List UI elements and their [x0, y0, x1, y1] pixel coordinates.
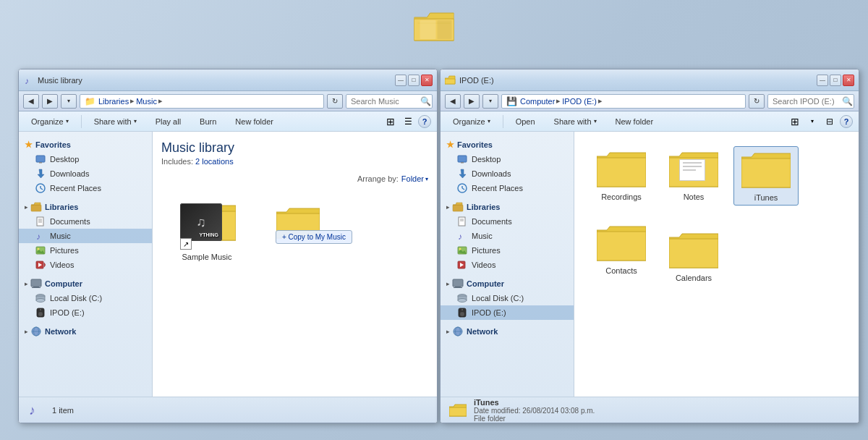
right-refresh-btn[interactable]: ↻: [749, 94, 765, 109]
right-sidebar-videos[interactable]: Videos: [441, 258, 574, 272]
right-forward-btn[interactable]: ▶: [464, 94, 480, 109]
left-minimize-btn[interactable]: —: [395, 75, 407, 86]
left-locations-link[interactable]: 2 locations: [195, 157, 234, 166]
ipod-window: IPOD (E:) — □ ✕ ◀ ▶ ▾ 💾 Computer ▸ IPOD …: [440, 69, 859, 423]
right-maximize-btn[interactable]: □: [830, 75, 841, 86]
right-sidebar-recent[interactable]: Recent Places: [441, 181, 574, 195]
right-file-notes[interactable]: Notes: [661, 146, 726, 206]
right-status-detail: iTunes Date modified: 26/08/2014 03:08 p…: [474, 398, 595, 423]
left-forward-btn[interactable]: ▶: [42, 94, 58, 109]
right-minimize-btn[interactable]: —: [817, 75, 828, 86]
left-sidebar-pictures[interactable]: Pictures: [19, 243, 152, 258]
svg-point-65: [461, 309, 463, 310]
right-sidebar-pictures[interactable]: Pictures: [441, 243, 574, 258]
right-path-ipod[interactable]: IPOD (E:): [562, 97, 597, 106]
right-localdisk-label: Local Disk (C:): [472, 294, 524, 302]
right-address-path[interactable]: 💾 Computer ▸ IPOD (E:) ▸: [501, 94, 746, 109]
svg-rect-43: [461, 162, 464, 164]
right-help-btn[interactable]: ?: [840, 115, 853, 128]
right-libraries-chevron: ▸: [446, 204, 449, 211]
left-favorites-header[interactable]: Favorites: [19, 138, 152, 152]
left-localdisk-icon: [35, 292, 46, 304]
left-file-plain-folder[interactable]: + Copy to My Music: [258, 202, 338, 264]
right-pane-btn[interactable]: ⊟: [822, 114, 837, 129]
left-help-btn[interactable]: ?: [418, 115, 431, 128]
left-recent-label: Recent Places: [50, 184, 101, 192]
left-recent-btn[interactable]: ▾: [61, 94, 77, 109]
right-sidebar-downloads[interactable]: Downloads: [441, 166, 574, 181]
right-close-btn[interactable]: ✕: [843, 75, 854, 86]
left-album-art: ♫ YTHING: [180, 203, 222, 241]
left-network-header[interactable]: ▸ Network: [19, 324, 152, 339]
left-path-libraries[interactable]: Libraries: [98, 97, 129, 106]
right-organize-label: Organize: [453, 117, 485, 126]
right-file-recordings[interactable]: Recordings: [589, 146, 654, 206]
left-star-icon: [25, 140, 33, 150]
left-sidebar-localdisk[interactable]: Local Disk (C:): [19, 291, 152, 305]
right-file-calendars[interactable]: Calendars: [661, 227, 726, 285]
left-search-btn[interactable]: 🔍: [418, 94, 433, 109]
left-maximize-btn[interactable]: □: [408, 75, 420, 86]
right-sharewith-btn[interactable]: Share with ▾: [548, 114, 603, 130]
right-recent-label: Recent Places: [472, 184, 523, 192]
right-computer-header[interactable]: ▸ Computer: [441, 276, 574, 291]
left-playall-btn[interactable]: Play all: [149, 114, 187, 130]
right-itunes-label: iTunes: [754, 193, 778, 202]
left-computer-label: Computer: [45, 279, 82, 288]
left-sidebar-recent[interactable]: Recent Places: [19, 181, 152, 195]
left-address-path[interactable]: 📁 Libraries ▸ Music ▸: [80, 94, 324, 109]
left-sharewith-btn[interactable]: Share with ▾: [88, 114, 143, 130]
right-status-meta: Date modified: 26/08/2014 03:08 p.m.: [474, 407, 595, 415]
left-shortcut-arrow: ↗: [180, 238, 192, 250]
right-sidebar-ipod[interactable]: IPOD (E:): [441, 305, 574, 320]
right-sidebar-music[interactable]: ♪ Music: [441, 229, 574, 243]
right-view-large-btn[interactable]: ⊞: [788, 114, 802, 129]
svg-rect-11: [31, 205, 41, 211]
left-sidebar-desktop[interactable]: Desktop: [19, 152, 152, 166]
left-network-icon: [30, 326, 42, 337]
left-favorites-section: Favorites Desktop Downloads: [19, 138, 152, 195]
right-network-header[interactable]: ▸ Network: [441, 324, 574, 339]
right-sidebar-localdisk[interactable]: Local Disk (C:): [441, 291, 574, 305]
right-back-btn[interactable]: ◀: [445, 94, 461, 109]
right-recent-btn[interactable]: ▾: [482, 94, 498, 109]
left-library-title: Music library: [161, 140, 428, 156]
left-newfolder-btn[interactable]: New folder: [229, 114, 280, 130]
right-favorites-header[interactable]: Favorites: [441, 138, 574, 152]
right-organize-btn[interactable]: Organize ▾: [446, 114, 497, 130]
right-open-btn[interactable]: Open: [509, 114, 542, 130]
left-folder-dropdown[interactable]: Folder ▾: [401, 174, 428, 183]
right-libraries-header[interactable]: ▸ Libraries: [441, 200, 574, 214]
right-file-itunes[interactable]: iTunes: [733, 146, 799, 206]
left-sidebar-music[interactable]: ♪ Music: [19, 229, 152, 243]
left-organize-btn[interactable]: Organize ▾: [25, 114, 75, 130]
left-file-sample-music[interactable]: ♫ YTHING ↗ Sample Music: [167, 195, 247, 264]
left-sidebar-documents[interactable]: Documents: [19, 214, 152, 229]
right-sidebar-desktop[interactable]: Desktop: [441, 152, 574, 166]
right-path-computer[interactable]: Computer: [520, 97, 555, 106]
left-sidebar-downloads[interactable]: Downloads: [19, 166, 152, 181]
svg-point-30: [38, 312, 43, 316]
left-close-btn[interactable]: ✕: [421, 75, 433, 86]
left-libraries-header[interactable]: ▸ Libraries: [19, 200, 152, 214]
left-view-large-btn[interactable]: ⊞: [383, 114, 398, 129]
left-copy-overlay-btn[interactable]: + Copy to My Music: [276, 230, 352, 244]
right-newfolder-btn[interactable]: New folder: [609, 114, 660, 130]
right-file-contacts[interactable]: Contacts: [589, 220, 654, 285]
left-view-small-btn[interactable]: ☰: [401, 114, 415, 129]
right-view-dropdown[interactable]: ▾: [805, 114, 820, 129]
right-notes-folder-container: [669, 149, 718, 190]
left-sidebar-videos[interactable]: Videos: [19, 258, 152, 272]
right-recordings-label: Recordings: [601, 192, 642, 201]
left-sidebar-ipod[interactable]: IPOD (E:): [19, 305, 152, 320]
left-back-btn[interactable]: ◀: [23, 94, 39, 109]
right-status-bar: iTunes Date modified: 26/08/2014 03:08 p…: [441, 397, 859, 423]
left-refresh-btn[interactable]: ↻: [327, 94, 343, 109]
left-path-music[interactable]: Music: [136, 97, 157, 106]
right-notes-paper: [679, 159, 705, 181]
right-sidebar-documents[interactable]: Documents: [441, 214, 574, 229]
right-network-label: Network: [467, 327, 498, 336]
right-search-btn[interactable]: 🔍: [840, 94, 854, 109]
left-computer-header[interactable]: ▸ Computer: [19, 276, 152, 291]
left-burn-btn[interactable]: Burn: [193, 114, 223, 130]
